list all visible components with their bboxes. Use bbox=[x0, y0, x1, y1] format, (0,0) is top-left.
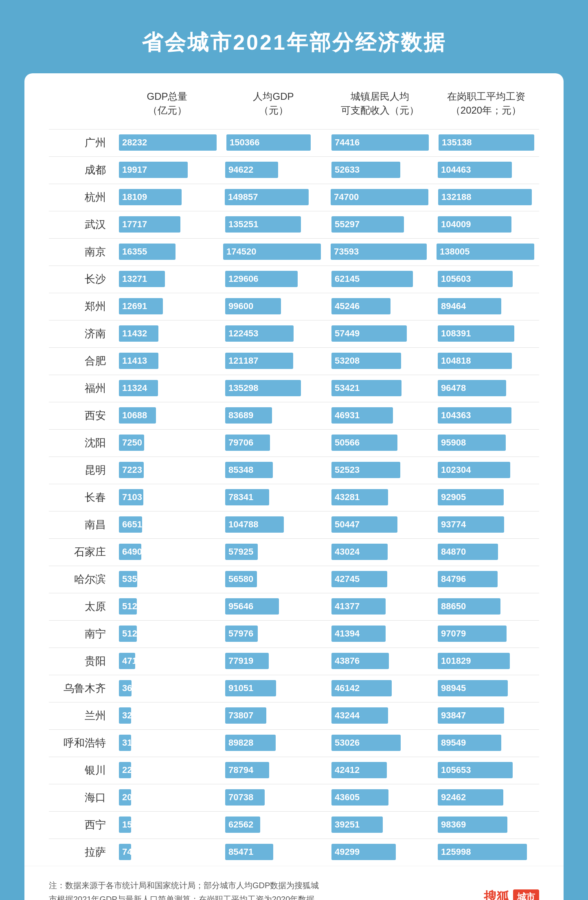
bar-value: 19917 bbox=[122, 165, 147, 175]
table-row: 武汉1771713525155297104009 bbox=[49, 214, 539, 235]
city-name: 西安 bbox=[49, 408, 114, 423]
bar-cell: 45246 bbox=[327, 298, 433, 314]
bar-cell: 11324 bbox=[114, 380, 220, 396]
bar-value: 93774 bbox=[441, 519, 466, 530]
bar-value: 99600 bbox=[228, 301, 253, 312]
bar-cell: 5352 bbox=[114, 571, 220, 587]
bar-value: 7103 bbox=[122, 492, 142, 503]
city-name: 长沙 bbox=[49, 272, 114, 286]
table-row: 太原5122956464137788650 bbox=[49, 596, 539, 617]
bar-cell: 7223 bbox=[114, 462, 220, 478]
bar-value: 12691 bbox=[122, 301, 147, 312]
bar-value: 85348 bbox=[228, 465, 253, 475]
bar-value: 129606 bbox=[228, 274, 258, 284]
bar-value: 125998 bbox=[441, 847, 471, 857]
bar-cell: 28232 bbox=[114, 134, 222, 151]
bar-cell: 95646 bbox=[220, 598, 327, 615]
bar-cell: 93774 bbox=[433, 516, 539, 533]
city-name: 长春 bbox=[49, 490, 114, 505]
table-row: 拉萨7428547149299125998 bbox=[49, 841, 539, 863]
bar-cell: 174520 bbox=[218, 244, 326, 260]
bar-cell: 98369 bbox=[433, 817, 539, 833]
bar-value: 17717 bbox=[122, 219, 147, 230]
city-name: 沈阳 bbox=[49, 436, 114, 450]
bar-value: 108391 bbox=[441, 328, 471, 339]
bar-value: 5121 bbox=[122, 628, 142, 639]
table-row: 合肥1141312118753208104818 bbox=[49, 350, 539, 371]
bar-value: 135298 bbox=[228, 383, 258, 393]
bar-value: 1549 bbox=[122, 819, 142, 830]
bar-value: 97079 bbox=[441, 628, 466, 639]
bar-value: 73593 bbox=[334, 246, 359, 257]
bar-value: 46931 bbox=[335, 410, 360, 421]
page-outer: 省会城市2021年部分经济数据 GDP总量（亿元） 人均GDP（元） 城镇居民人… bbox=[0, 0, 588, 900]
bar-cell: 98945 bbox=[433, 680, 539, 696]
table-row: 济南1143212245357449108391 bbox=[49, 323, 539, 344]
bar-cell: 92462 bbox=[433, 789, 539, 806]
bar-cell: 49299 bbox=[327, 844, 433, 860]
bar-value: 53208 bbox=[335, 356, 360, 366]
bar-value: 150366 bbox=[230, 137, 259, 148]
bar-cell: 101829 bbox=[433, 653, 539, 669]
bar-cell: 149857 bbox=[220, 189, 326, 205]
city-name: 呼和浩特 bbox=[49, 736, 114, 750]
bar-cell: 104363 bbox=[433, 407, 539, 424]
bar-value: 42745 bbox=[335, 574, 360, 584]
bar-value: 78341 bbox=[228, 492, 253, 503]
bar-cell: 129606 bbox=[220, 271, 327, 287]
table-row: 长春7103783414328192905 bbox=[49, 487, 539, 508]
bar-cell: 50447 bbox=[327, 516, 433, 533]
bar-cell: 43876 bbox=[327, 653, 433, 669]
bar-cell: 57976 bbox=[220, 626, 327, 642]
bar-cell: 12691 bbox=[114, 298, 220, 314]
bar-cell: 135251 bbox=[220, 216, 327, 233]
bar-cell: 96478 bbox=[433, 380, 539, 396]
city-name: 贵阳 bbox=[49, 654, 114, 668]
bar-value: 89828 bbox=[228, 738, 253, 748]
bar-cell: 41377 bbox=[327, 598, 433, 615]
city-name: 海口 bbox=[49, 790, 114, 805]
table-row: 哈尔滨5352565804274584796 bbox=[49, 569, 539, 590]
bar-value: 16355 bbox=[122, 246, 147, 257]
table-body: 广州2823215036674416135138成都19917946225263… bbox=[49, 132, 539, 863]
bar-value: 57449 bbox=[335, 328, 360, 339]
bar-cell: 99600 bbox=[220, 298, 327, 314]
bar-value: 5122 bbox=[122, 601, 142, 612]
city-name: 济南 bbox=[49, 327, 114, 341]
bar-cell: 73807 bbox=[220, 707, 327, 724]
bar-cell: 2057 bbox=[114, 789, 220, 806]
city-name: 郑州 bbox=[49, 299, 114, 314]
main-card: GDP总量（亿元） 人均GDP（元） 城镇居民人均可支配收入（元） 在岗职工平均… bbox=[24, 73, 564, 900]
bar-cell: 46142 bbox=[327, 680, 433, 696]
header-income: 城镇居民人均可支配收入（元） bbox=[327, 90, 433, 117]
bar-value: 105653 bbox=[441, 765, 471, 775]
table-row: 兰州3231738074324493847 bbox=[49, 705, 539, 726]
bar-value: 742 bbox=[122, 847, 137, 857]
bar-cell: 74700 bbox=[326, 189, 433, 205]
bar-cell: 41394 bbox=[327, 626, 433, 642]
header-per-gdp: 人均GDP（元） bbox=[220, 90, 327, 117]
bar-cell: 50566 bbox=[327, 435, 433, 451]
bar-cell: 5122 bbox=[114, 598, 220, 615]
city-name: 南宁 bbox=[49, 627, 114, 641]
bar-cell: 43244 bbox=[327, 707, 433, 724]
bar-value: 53026 bbox=[335, 738, 360, 748]
table-row: 长沙1327112960662145105603 bbox=[49, 268, 539, 290]
table-row: 贵阳47117791943876101829 bbox=[49, 650, 539, 672]
bar-value: 4711 bbox=[122, 656, 142, 666]
bar-cell: 3692 bbox=[114, 680, 220, 696]
bar-value: 53421 bbox=[335, 383, 360, 393]
city-name: 兰州 bbox=[49, 709, 114, 723]
bar-value: 11413 bbox=[122, 356, 147, 366]
bar-value: 56580 bbox=[228, 574, 253, 584]
bar-cell: 104463 bbox=[433, 162, 539, 178]
bar-value: 98369 bbox=[441, 819, 466, 830]
header-city bbox=[49, 90, 114, 117]
bar-value: 122453 bbox=[228, 328, 258, 339]
bar-value: 94622 bbox=[228, 165, 253, 175]
bar-value: 49299 bbox=[335, 847, 360, 857]
bar-cell: 16355 bbox=[114, 244, 218, 260]
bar-cell: 84796 bbox=[433, 571, 539, 587]
city-name: 南昌 bbox=[49, 518, 114, 532]
bar-value: 105603 bbox=[441, 274, 471, 284]
